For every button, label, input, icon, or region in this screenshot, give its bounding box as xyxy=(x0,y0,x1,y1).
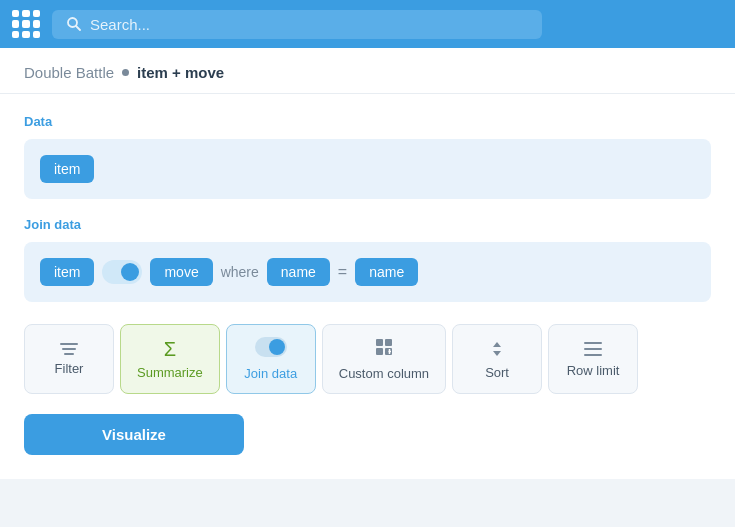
filter-button[interactable]: Filter xyxy=(24,324,114,394)
name-chip-left[interactable]: name xyxy=(267,258,330,286)
filter-line-1 xyxy=(60,343,78,345)
item-chip-data[interactable]: item xyxy=(40,155,94,183)
breadcrumb-dot xyxy=(122,69,129,76)
svg-rect-2 xyxy=(376,339,383,346)
search-icon xyxy=(66,16,82,32)
row-limit-icon xyxy=(583,341,603,357)
summarize-button[interactable]: Σ Summarize xyxy=(120,324,220,394)
equals-sign: = xyxy=(338,263,347,281)
custom-column-icon xyxy=(374,337,394,360)
custom-column-button[interactable]: Custom column xyxy=(322,324,446,394)
breadcrumb: Double Battle item + move xyxy=(0,48,735,94)
where-text: where xyxy=(221,264,259,280)
svg-rect-4 xyxy=(376,348,383,355)
join-data-button[interactable]: Join data xyxy=(226,324,316,394)
visualize-button[interactable]: Visualize xyxy=(24,414,244,455)
summarize-icon: Σ xyxy=(164,339,176,359)
join-data-icon xyxy=(255,337,287,360)
row-limit-button[interactable]: Row limit xyxy=(548,324,638,394)
sort-icon xyxy=(487,339,507,359)
data-section-label: Data xyxy=(24,114,711,129)
svg-line-1 xyxy=(76,26,80,30)
custom-column-label: Custom column xyxy=(339,366,429,381)
sort-label: Sort xyxy=(485,365,509,380)
breadcrumb-title: item + move xyxy=(137,64,224,81)
data-area: item xyxy=(24,139,711,199)
svg-rect-3 xyxy=(385,339,392,346)
join-data-area: item move where name = name xyxy=(24,242,711,302)
move-chip-join[interactable]: move xyxy=(150,258,212,286)
row-limit-label: Row limit xyxy=(567,363,620,378)
join-toggle[interactable] xyxy=(102,260,142,284)
topbar: Search... xyxy=(0,0,735,48)
filter-line-3 xyxy=(64,353,74,355)
search-placeholder: Search... xyxy=(90,16,150,33)
filter-label: Filter xyxy=(55,361,84,376)
main-content: Data item Join data item move where name… xyxy=(0,94,735,479)
toolbar-row: Filter Σ Summarize Join data xyxy=(24,324,711,394)
search-bar[interactable]: Search... xyxy=(52,10,542,39)
join-data-section-label: Join data xyxy=(24,217,711,232)
name-chip-right[interactable]: name xyxy=(355,258,418,286)
join-data-label: Join data xyxy=(244,366,297,381)
sort-button[interactable]: Sort xyxy=(452,324,542,394)
toggle-knob xyxy=(121,263,139,281)
grid-icon[interactable] xyxy=(12,10,40,38)
filter-line-2 xyxy=(62,348,76,350)
summarize-label: Summarize xyxy=(137,365,203,380)
filter-icon xyxy=(60,343,78,355)
item-chip-join[interactable]: item xyxy=(40,258,94,286)
breadcrumb-parent: Double Battle xyxy=(24,64,114,81)
